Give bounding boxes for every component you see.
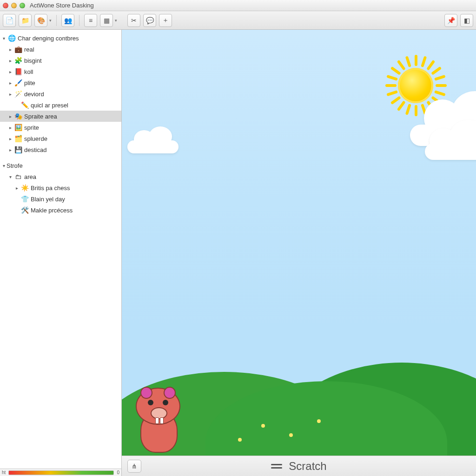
project-tree[interactable]: ▾ 🌐 Char denging contbres ▸ 💼 real ▸ 🧩 b…: [0, 30, 121, 469]
tree-item-label: Britis pa chess: [31, 185, 70, 192]
chevron-right-icon[interactable]: ▸: [7, 114, 13, 119]
document-icon: 📄: [6, 17, 13, 24]
stage-canvas[interactable]: [122, 30, 476, 456]
tree-item[interactable]: ▸ 👕 Blain yel day: [0, 193, 121, 205]
palette-button[interactable]: 🎨: [34, 14, 47, 27]
chevron-right-icon[interactable]: ▸: [7, 80, 13, 86]
share-button[interactable]: ⋔: [127, 460, 141, 473]
sun-icon: ☀️: [20, 184, 29, 192]
tree-item-label: spluerde: [24, 135, 47, 142]
minimize-icon[interactable]: [11, 3, 17, 8]
tree-item[interactable]: ▸ ☀️ Britis pa chess: [0, 182, 121, 193]
chevron-right-icon[interactable]: ▸: [7, 69, 13, 74]
tree-root[interactable]: ▾ 🌐 Char denging contbres: [0, 33, 121, 44]
tree-item[interactable]: ▸ 💼 real: [0, 44, 121, 55]
traffic-lights: [3, 3, 25, 8]
scissors-icon: ✂: [131, 17, 137, 24]
chevron-down-icon[interactable]: ▾: [49, 18, 52, 23]
mail-icon: 📕: [14, 67, 22, 76]
globe-icon: 🌐: [7, 34, 16, 42]
chevron-down-icon[interactable]: ▾: [1, 36, 7, 41]
tree-item-label: Makle prcécess: [31, 207, 73, 214]
tree-item-label: deviord: [24, 91, 44, 98]
tree-item-label: real: [24, 46, 34, 53]
tree-item[interactable]: ▾ 🗀 area: [0, 171, 121, 182]
plus-icon: ＋: [162, 16, 169, 25]
tree-item-label: desticad: [24, 146, 46, 153]
share-icon: ⋔: [132, 463, 137, 470]
app-name: Scratch: [289, 460, 326, 473]
comment-button[interactable]: 💬: [143, 14, 156, 27]
stack-icon: 🗂️: [14, 134, 22, 143]
open-file-button[interactable]: 📁: [19, 14, 32, 27]
flower-sprite: [261, 424, 265, 428]
character-sprite[interactable]: [129, 388, 185, 453]
tree-item-label: bisgint: [24, 57, 42, 64]
chevron-right-icon[interactable]: ▸: [7, 92, 13, 97]
tree-item[interactable]: ▸ 🧩 bisgint: [0, 55, 121, 66]
tree-item-label: area: [24, 173, 36, 180]
tools-icon: 🛠️: [20, 206, 29, 214]
tree-item[interactable]: ▸ 🖼️ sprite: [0, 122, 121, 133]
tools-button[interactable]: ✂: [127, 14, 140, 27]
tree-item[interactable]: ▸ 💾 desticad: [0, 144, 121, 155]
flower-sprite: [289, 433, 293, 437]
chevron-right-icon[interactable]: ▸: [7, 47, 13, 52]
stage-footer: ⋔ Scratch: [122, 456, 476, 476]
status-left: ht: [2, 470, 6, 475]
disk-icon: 💾: [14, 145, 22, 154]
tree-item-label: koll: [24, 68, 33, 75]
zoom-icon[interactable]: [20, 3, 25, 8]
shirt-icon: 👕: [20, 195, 29, 203]
chevron-right-icon[interactable]: ▸: [7, 147, 13, 152]
health-gradient: [8, 470, 114, 475]
window-title: ActWone Store Dasking: [30, 2, 94, 9]
tree-item-selected[interactable]: ▸ 🎭 Spraite area: [0, 111, 121, 122]
tree-item[interactable]: ▸ 📕 koll: [0, 66, 121, 77]
chevron-right-icon[interactable]: ▸: [14, 185, 20, 191]
toolbar-separator: [56, 15, 57, 26]
pin-button[interactable]: 📌: [444, 14, 457, 27]
brush-icon: 🖌️: [14, 79, 22, 87]
cloud-sprite: [127, 132, 178, 153]
menu-icon[interactable]: [271, 464, 282, 469]
chevron-down-icon[interactable]: ▾: [7, 174, 13, 179]
tree-item[interactable]: ▸ ✏️ quicl ar presel: [0, 99, 121, 111]
sidebar: ▾ 🌐 Char denging contbres ▸ 💼 real ▸ 🧩 b…: [0, 30, 122, 476]
list-icon: ≡: [89, 17, 93, 24]
tree-item[interactable]: ▸ 🗂️ spluerde: [0, 133, 121, 144]
panel-icon: ◧: [464, 17, 470, 24]
folder-icon: 🗀: [14, 172, 22, 181]
grid-view-button[interactable]: ▦: [100, 14, 113, 27]
puzzle-icon: 🧩: [14, 56, 22, 65]
tree-section-label: Strofe: [7, 162, 23, 169]
image-icon: 🖼️: [14, 123, 22, 132]
avatar-button[interactable]: 👥: [61, 14, 74, 27]
tree-item[interactable]: ▸ 🪄 deviord: [0, 88, 121, 99]
chevron-right-icon[interactable]: ▸: [7, 125, 13, 130]
add-button[interactable]: ＋: [159, 14, 172, 27]
toolbar-separator: [79, 15, 79, 26]
pencil-icon: ✏️: [20, 101, 29, 109]
chevron-right-icon[interactable]: ▸: [7, 136, 13, 141]
tree-section[interactable]: ▾ Strofe: [0, 160, 121, 171]
tree-item-label: quicl ar presel: [31, 102, 68, 109]
tree-item[interactable]: ▸ 🛠️ Makle prcécess: [0, 205, 121, 216]
list-view-button[interactable]: ≡: [84, 14, 97, 27]
tree-item[interactable]: ▸ 🖌️ plite: [0, 77, 121, 88]
close-icon[interactable]: [3, 3, 8, 8]
window-titlebar: ActWone Store Dasking: [0, 0, 476, 11]
folder-icon: 📁: [21, 17, 29, 24]
tree-root-label: Char denging contbres: [18, 35, 79, 42]
chevron-down-icon[interactable]: ▾: [115, 18, 117, 23]
pin-icon: 📌: [447, 17, 455, 24]
status-bar: ht 0: [0, 469, 121, 476]
chevron-down-icon[interactable]: ▾: [1, 163, 7, 168]
chevron-right-icon[interactable]: ▸: [7, 58, 13, 63]
flower-sprite: [238, 438, 242, 442]
inspector-button[interactable]: ◧: [460, 14, 473, 27]
avatar-icon: 👥: [64, 17, 72, 24]
grid-icon: ▦: [104, 17, 110, 24]
new-file-button[interactable]: 📄: [3, 14, 16, 27]
tree-item-label: plite: [24, 79, 35, 86]
